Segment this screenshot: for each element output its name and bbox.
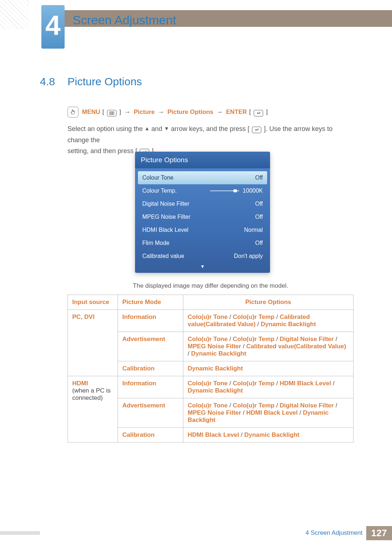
footer-chapter-title: 4 Screen Adjustment — [306, 529, 363, 537]
osd-row-label: HDMI Black Level — [142, 227, 188, 233]
svg-rect-1 — [111, 112, 112, 115]
osd-row-value: Normal — [244, 227, 263, 233]
breadcrumb-bracket-close: ] — [266, 108, 268, 116]
enter-icon — [252, 127, 261, 133]
chapter-title: Screen Adjustment — [73, 13, 176, 27]
text-fragment: ) — [344, 343, 346, 350]
breadcrumb-menu: MENU — [82, 108, 100, 116]
osd-row-slider-value: 10000K — [210, 188, 263, 194]
text-fragment: HDMI Black Level — [246, 409, 298, 416]
text-fragment: Information — [122, 380, 156, 387]
chapter-badge: 4 — [41, 5, 65, 49]
text-fragment: Dynamic Backlight — [261, 321, 316, 328]
text-fragment: Select an option using the — [68, 125, 144, 132]
osd-row-label: Colour Temp. — [142, 188, 177, 194]
osd-row-film-mode[interactable]: Flim Mode Off — [138, 237, 267, 250]
table-header-row: Input source Picture Mode Picture Option… — [68, 295, 354, 310]
text-fragment: (when a PC is connected) — [72, 387, 111, 401]
text-fragment: Dynamic Backlight — [188, 365, 243, 372]
text-fragment: and — [151, 125, 164, 132]
osd-caption: The displayed image may differ depending… — [68, 282, 354, 290]
osd-row-value: 10000K — [243, 188, 263, 194]
osd-row-colour-tone[interactable]: Colour Tone Off — [138, 171, 267, 184]
text-fragment: Dynamic Backlight — [244, 431, 299, 438]
cell-picture-options: Colo(u)r Tone / Colo(u)r Temp / Digital … — [183, 398, 354, 428]
page-footer: 4 Screen Adjustment 127 — [0, 526, 392, 539]
osd-row-hdmi-black-level[interactable]: HDMI Black Level Normal — [138, 223, 267, 237]
text-fragment: Colo(u)r Temp — [233, 336, 274, 342]
osd-row-calibrated-value[interactable]: Calibrated value Don't apply — [138, 250, 267, 263]
down-arrow-icon: ▼ — [164, 126, 169, 131]
cell-picture-options: Colo(u)r Tone / Colo(u)r Temp / Digital … — [183, 332, 354, 361]
section-number: 4.8 — [40, 75, 55, 88]
slider-track[interactable] — [210, 190, 239, 191]
text-fragment: DVI — [84, 313, 94, 320]
section-title: Picture Options — [68, 75, 142, 88]
text-fragment: Dynamic Backlight — [188, 387, 243, 394]
breadcrumb-enter: ENTER — [226, 108, 247, 116]
text-fragment: PC — [72, 313, 81, 320]
text-fragment: setting, and then press [ — [68, 147, 137, 155]
cell-input-source-hdmi: HDMI (when a PC is connected) — [68, 376, 118, 443]
cell-input-source-pc-dvi: PC, DVI — [68, 310, 118, 376]
cell-picture-mode: Information — [118, 376, 183, 398]
osd-row-value: Off — [255, 214, 263, 220]
svg-rect-0 — [110, 112, 111, 115]
breadcrumb-bracket-open: [ — [102, 108, 104, 116]
page-number: 127 — [366, 526, 392, 540]
osd-list: Colour Tone Off Colour Temp. 10000K Digi… — [135, 168, 270, 273]
hand-pointer-icon — [68, 107, 78, 118]
osd-row-value: Off — [255, 240, 263, 246]
osd-row-digital-noise-filter[interactable]: Digital Noise Filter Off — [138, 197, 267, 210]
text-fragment: Calibrated Value — [296, 343, 344, 350]
cell-picture-options: HDMI Black Level / Dynamic Backlight — [183, 428, 354, 443]
cell-picture-mode: Calibration — [118, 428, 183, 443]
osd-row-value: Off — [255, 175, 263, 181]
text-fragment: Colo(u)r Tone — [188, 380, 228, 387]
text-fragment: MPEG Noise Filter — [188, 343, 241, 350]
osd-row-colour-temp[interactable]: Colour Temp. 10000K — [138, 184, 267, 197]
chapter-number: 4 — [45, 12, 61, 39]
osd-row-label: Colour Tone — [142, 175, 173, 181]
breadcrumb-bracket-open: [ — [249, 108, 251, 116]
slider-knob[interactable] — [233, 189, 237, 192]
text-fragment: Calibration — [122, 431, 155, 438]
col-input-source: Input source — [68, 295, 118, 310]
text-fragment: Dynamic Backlight — [191, 350, 246, 357]
cell-picture-mode: Advertisement — [118, 398, 183, 428]
osd-row-label: MPEG Noise Filter — [142, 214, 190, 220]
osd-row-label: Calibrated value — [142, 253, 184, 259]
text-fragment: Calibrated value — [246, 343, 294, 350]
osd-panel: Picture Options Colour Tone Off Colour T… — [135, 152, 270, 273]
arrow-icon: → — [216, 108, 224, 116]
text-fragment: HDMI Black Level — [188, 431, 239, 438]
breadcrumb-picture-options: Picture Options — [167, 108, 213, 116]
text-fragment: Colo(u)r Tone — [188, 402, 228, 409]
text-fragment: arrow keys, and the press [ — [171, 125, 249, 132]
footer-stripe — [0, 531, 40, 535]
up-arrow-icon: ▲ — [144, 126, 150, 131]
enter-icon — [254, 110, 263, 116]
table-row: PC, DVI Information Colo(u)r Tone / Colo… — [68, 310, 354, 332]
breadcrumb-picture: Picture — [134, 108, 155, 116]
osd-row-label: Digital Noise Filter — [142, 201, 189, 207]
arrow-icon: → — [123, 108, 132, 116]
text-fragment: Digital Noise Filter — [279, 336, 334, 342]
text-fragment: Advertisement — [122, 336, 165, 342]
text-fragment: Colo(u)r Temp — [233, 402, 274, 409]
osd-title: Picture Options — [135, 152, 270, 168]
cell-picture-options: Colo(u)r Tone / Colo(u)r Temp / Calibrat… — [183, 310, 354, 332]
osd-row-label: Flim Mode — [142, 240, 170, 246]
text-fragment: Calibrated Value — [205, 321, 253, 328]
osd-row-mpeg-noise-filter[interactable]: MPEG Noise Filter Off — [138, 210, 267, 223]
osd-row-value: Don't apply — [234, 253, 263, 259]
text-fragment: Calibration — [122, 365, 155, 372]
cell-picture-mode: Calibration — [118, 361, 183, 376]
text-fragment: Colo(u)r Temp — [233, 313, 274, 320]
col-picture-mode: Picture Mode — [118, 295, 183, 310]
svg-rect-2 — [113, 112, 114, 115]
osd-scroll-down-icon[interactable]: ▼ — [138, 263, 267, 272]
cell-picture-options: Colo(u)r Tone / Colo(u)r Temp / HDMI Bla… — [183, 376, 354, 398]
col-picture-options: Picture Options — [183, 295, 354, 310]
breadcrumb: MENU [ ] → Picture → Picture Options → E… — [68, 107, 268, 118]
